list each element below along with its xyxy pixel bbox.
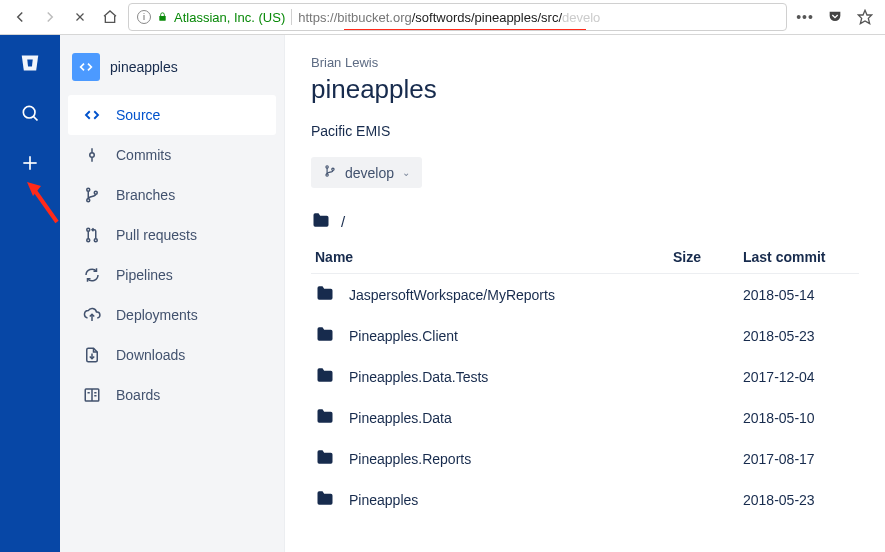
svg-point-17 (87, 239, 90, 242)
project-name[interactable]: Pacific EMIS (311, 123, 859, 139)
sidebar-label: Source (116, 107, 160, 123)
pipelines-icon (82, 266, 102, 284)
sidebar-item-pullrequests[interactable]: Pull requests (68, 215, 276, 255)
chevron-down-icon: ⌄ (402, 167, 410, 178)
file-size (669, 274, 739, 316)
deployments-icon (82, 306, 102, 324)
downloads-icon (82, 346, 102, 364)
url-text: https://bitbucket.org/softwords/pineappl… (298, 10, 600, 25)
back-button[interactable] (8, 5, 32, 29)
svg-marker-3 (858, 10, 871, 23)
file-size (669, 438, 739, 479)
table-row[interactable]: Pineapples.Data2018-05-10 (311, 397, 859, 438)
col-name: Name (311, 241, 669, 274)
source-icon (82, 106, 102, 124)
page-title: pineapples (311, 74, 859, 105)
boards-icon (82, 386, 102, 404)
file-last-commit: 2017-12-04 (739, 356, 859, 397)
file-name: JaspersoftWorkspace/MyReports (349, 287, 555, 303)
sidebar-item-downloads[interactable]: Downloads (68, 335, 276, 375)
global-nav (0, 35, 60, 552)
annotation-underline (344, 27, 586, 31)
sidebar-label: Downloads (116, 347, 185, 363)
bitbucket-logo-icon[interactable] (16, 49, 44, 77)
svg-point-28 (332, 168, 334, 170)
folder-icon (311, 210, 331, 233)
file-size (669, 479, 739, 520)
file-name: Pineapples (349, 492, 418, 508)
folder-icon (315, 447, 335, 470)
col-size: Size (669, 241, 739, 274)
svg-point-14 (87, 199, 90, 202)
sidebar-item-branches[interactable]: Branches (68, 175, 276, 215)
browser-toolbar: i Atlassian, Inc. (US) https://bitbucket… (0, 0, 885, 35)
repo-name: pineapples (110, 59, 178, 75)
folder-icon (315, 324, 335, 347)
folder-icon (315, 406, 335, 429)
svg-point-26 (326, 166, 328, 168)
sidebar-label: Deployments (116, 307, 198, 323)
branch-selector[interactable]: develop ⌄ (311, 157, 422, 188)
home-button[interactable] (98, 5, 122, 29)
svg-point-16 (87, 228, 90, 231)
sidebar-item-deployments[interactable]: Deployments (68, 295, 276, 335)
file-name: Pineapples.Client (349, 328, 458, 344)
branch-name: develop (345, 165, 394, 181)
branches-icon (82, 186, 102, 204)
svg-line-5 (33, 116, 37, 120)
table-row[interactable]: Pineapples.Reports2017-08-17 (311, 438, 859, 479)
table-row[interactable]: Pineapples.Client2018-05-23 (311, 315, 859, 356)
stop-button[interactable] (68, 5, 92, 29)
create-icon[interactable] (16, 149, 44, 177)
svg-point-10 (90, 153, 95, 158)
bookmark-button[interactable] (853, 5, 877, 29)
file-size (669, 315, 739, 356)
repo-header[interactable]: pineapples (68, 49, 276, 95)
folder-icon (315, 365, 335, 388)
separator (291, 9, 292, 25)
svg-point-13 (87, 188, 90, 191)
table-row[interactable]: Pineapples2018-05-23 (311, 479, 859, 520)
file-last-commit: 2018-05-23 (739, 479, 859, 520)
sidebar-item-source[interactable]: Source (68, 95, 276, 135)
svg-line-8 (33, 188, 57, 222)
sidebar-item-pipelines[interactable]: Pipelines (68, 255, 276, 295)
file-name: Pineapples.Data.Tests (349, 369, 488, 385)
sidebar-label: Commits (116, 147, 171, 163)
repo-owner[interactable]: Brian Lewis (311, 55, 859, 70)
annotation-arrow (25, 180, 65, 230)
col-last: Last commit (739, 241, 859, 274)
file-last-commit: 2018-05-10 (739, 397, 859, 438)
pocket-button[interactable] (823, 5, 847, 29)
address-bar[interactable]: i Atlassian, Inc. (US) https://bitbucket… (128, 3, 787, 31)
file-size (669, 356, 739, 397)
cert-org: Atlassian, Inc. (US) (174, 10, 285, 25)
sidebar-item-commits[interactable]: Commits (68, 135, 276, 175)
pull-requests-icon (82, 226, 102, 244)
table-row[interactable]: Pineapples.Data.Tests2017-12-04 (311, 356, 859, 397)
file-name: Pineapples.Reports (349, 451, 471, 467)
svg-point-15 (94, 191, 97, 194)
svg-rect-2 (159, 16, 165, 21)
file-last-commit: 2017-08-17 (739, 438, 859, 479)
more-button[interactable]: ••• (793, 5, 817, 29)
table-row[interactable]: JaspersoftWorkspace/MyReports2018-05-14 (311, 274, 859, 316)
forward-button[interactable] (38, 5, 62, 29)
breadcrumb-root[interactable]: / (341, 213, 345, 230)
breadcrumb: / (311, 210, 859, 233)
file-table: Name Size Last commit JaspersoftWorkspac… (311, 241, 859, 520)
sidebar-label: Pipelines (116, 267, 173, 283)
file-size (669, 397, 739, 438)
svg-point-27 (326, 174, 328, 176)
sidebar-item-boards[interactable]: Boards (68, 375, 276, 415)
svg-point-18 (94, 239, 97, 242)
repo-avatar-icon (72, 53, 100, 81)
search-icon[interactable] (16, 99, 44, 127)
site-info-icon[interactable]: i (137, 10, 151, 24)
repo-sidebar: pineapples Source Commits Branches Pull … (60, 35, 285, 552)
folder-icon (315, 283, 335, 306)
svg-point-4 (23, 106, 35, 118)
commits-icon (82, 146, 102, 164)
svg-marker-9 (27, 182, 41, 196)
file-last-commit: 2018-05-23 (739, 315, 859, 356)
